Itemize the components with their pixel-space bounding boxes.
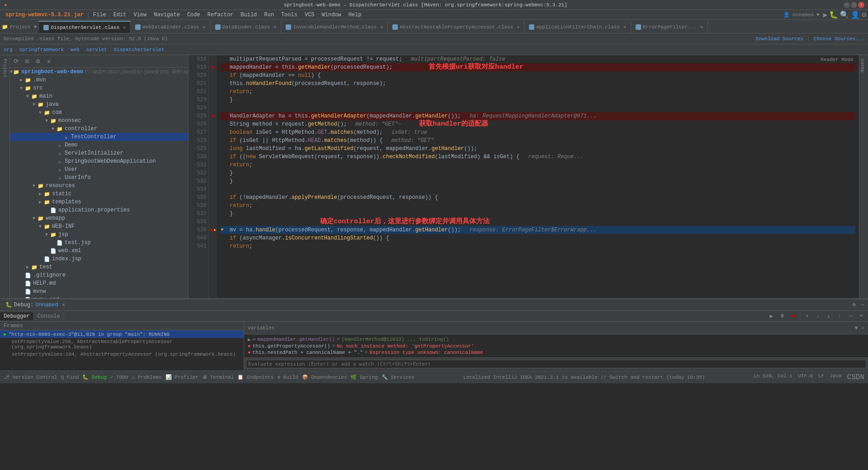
tree-helpmd[interactable]: 📄 HELP.md (10, 279, 188, 287)
breadcrumb-servlet[interactable]: servlet (86, 47, 107, 52)
tree-webapp[interactable]: ▼ 📁 webapp (10, 214, 188, 222)
toolbar-debug[interactable]: 🐛 (829, 10, 838, 19)
toolbar-run[interactable]: ▶ (823, 10, 828, 19)
avatar-icon[interactable]: 👤 (851, 10, 860, 19)
menu-vcs[interactable]: VCS (301, 11, 318, 19)
download-sources-link[interactable]: Download Sources (756, 36, 804, 42)
tree-controller[interactable]: ▼ 📁 controller (10, 125, 188, 133)
menu-run[interactable]: Run (260, 11, 278, 19)
stop-btn[interactable]: ■ (788, 311, 798, 321)
status-line-sep[interactable]: LF (818, 373, 824, 381)
close-button[interactable]: ✕ (858, 2, 864, 8)
status-dependencies[interactable]: 📦 Dependencies (302, 374, 347, 380)
choose-sources-link[interactable]: Choose Sources... (814, 36, 864, 42)
breadcrumb-springframework[interactable]: springframework (19, 47, 64, 52)
menu-window[interactable]: Window (318, 11, 345, 19)
debug-settings-btn[interactable]: ⚙ (849, 301, 859, 308)
menu-appname[interactable]: spring-webmvc-5.3.21.jar (2, 11, 87, 19)
tree-root[interactable]: ▼ 📁 springboot-web-demo F:\磁盘M\2021\java… (10, 68, 188, 76)
menu-tools[interactable]: Tools (278, 11, 301, 19)
filter-btn[interactable]: ▼ (855, 325, 858, 331)
tab-close-1[interactable]: ✕ (123, 25, 126, 30)
tab-invocablehandlermethod[interactable]: InvocableHandlerMethod.class ✕ (281, 21, 388, 33)
debug-minimize-btn[interactable]: ─ (859, 302, 866, 308)
user-profile[interactable]: 👤 Unnamed ▼ (783, 12, 820, 18)
add-watch-btn[interactable]: + (861, 325, 864, 331)
frame-item-2[interactable]: setPropertyValue:256, AbstractNestablePr… (0, 338, 244, 351)
maximize-button[interactable]: □ (851, 2, 857, 8)
tree-webinf[interactable]: ▼ 📁 WEB-INF (10, 222, 188, 230)
frame-item-3[interactable]: setPropertyValues:104, AbstractPropertyA… (0, 351, 244, 358)
tab-abstractnestable[interactable]: AbstractNestablePropertyAccessor.class ✕ (388, 21, 524, 33)
tree-static[interactable]: ▶ 📁 static (10, 190, 188, 198)
menu-help[interactable]: Help (345, 11, 365, 19)
tab-close-2[interactable]: ✕ (203, 24, 206, 30)
status-services[interactable]: 🔧 Services (382, 374, 415, 380)
status-problems[interactable]: ⚠ Problems (132, 374, 161, 380)
resume-btn[interactable]: ▶ (766, 311, 776, 321)
status-version-control[interactable]: ⎇ Version Control (4, 374, 57, 380)
tree-templates[interactable]: ▶ 📁 templates (10, 198, 188, 206)
frame-item-1[interactable]: ▶ "http-nio-8080-exec-3"@11,029 in group… (0, 330, 244, 338)
tree-gitignore[interactable]: 📄 .gitignore (10, 271, 188, 279)
tree-mvn[interactable]: ▶ 📁 .mvn (10, 76, 188, 84)
tree-testjsp[interactable]: 📄 test.jsp (10, 239, 188, 247)
status-terminal[interactable]: 🖥 Terminal (202, 374, 234, 380)
sidebar-settings-btn[interactable]: ⚙ (33, 57, 42, 66)
tree-userinfo[interactable]: ☕ UserInfo (10, 174, 188, 182)
tree-java[interactable]: ▼ 📁 java (10, 100, 188, 108)
menu-view[interactable]: View (130, 11, 150, 19)
sidebar-close-btn[interactable]: ✕ (44, 57, 53, 66)
status-profiler[interactable]: 📊 Profiler (165, 374, 198, 380)
status-debug[interactable]: 🐛 Debug (82, 374, 107, 380)
breakpoint-519[interactable]: ● (211, 64, 215, 71)
search-everywhere[interactable]: 🔍 (840, 10, 849, 19)
tree-demo[interactable]: ☕ Demo (10, 141, 188, 149)
var-expand-1[interactable]: ▶ (248, 337, 251, 343)
menu-build[interactable]: Build (237, 11, 260, 19)
pause-btn[interactable]: ⏸ (777, 311, 787, 321)
sidebar-collapse-btn[interactable]: ⊟ (23, 57, 32, 66)
menu-file[interactable]: File (90, 11, 110, 19)
tree-com[interactable]: ▼ 📁 com (10, 108, 188, 117)
step-over-btn[interactable]: ↷ (802, 311, 812, 321)
tree-main[interactable]: ▼ 📁 main (10, 92, 188, 100)
minimize-button[interactable]: ─ (844, 2, 850, 8)
breadcrumb-dispatcherservlet[interactable]: DispatcherServlet (113, 47, 164, 52)
project-vertical-tab[interactable]: Project (1, 57, 8, 80)
tree-mvnw[interactable]: 📄 mvnw (10, 287, 188, 296)
breakpoint-525[interactable]: ● (211, 113, 215, 120)
breadcrumb-web[interactable]: web (71, 47, 80, 52)
tab-close-4[interactable]: ✕ (380, 24, 383, 30)
tree-mvnwcmd[interactable]: 📄 mvnw.cmd (10, 296, 188, 298)
tree-src[interactable]: ▼ 📁 src (10, 84, 188, 92)
project-tab[interactable]: 📁 Project ▼ (0, 21, 38, 33)
menu-edit[interactable]: Edit (110, 11, 130, 19)
tree-indexjsp[interactable]: 📄 index.jsp (10, 255, 188, 263)
tree-test[interactable]: ▶ 📁 test (10, 263, 188, 271)
tree-resources[interactable]: ▼ 📁 resources (10, 182, 188, 190)
tree-servletinitializer[interactable]: ☕ ServletInitializer (10, 149, 188, 157)
tab-databinder[interactable]: DataBinder.class ✕ (211, 21, 282, 33)
debug-close[interactable]: ✕ (62, 301, 65, 308)
tab-close-5[interactable]: ✕ (517, 24, 519, 30)
status-encoding[interactable]: UTF-8 (798, 373, 813, 381)
code-scroll[interactable]: 518 519 520 521 522 523 524 525 526 527 … (189, 55, 859, 298)
reader-mode-btn[interactable]: Reader Mode (821, 57, 854, 62)
breakpoint-539[interactable]: ● (209, 226, 213, 234)
sidebar-sync-btn[interactable]: ⟳ (12, 57, 21, 66)
force-step-into-btn[interactable]: ⇓ (824, 311, 834, 321)
debug-subtab-debugger[interactable]: Debugger (0, 312, 34, 320)
run-cursor-btn[interactable]: ⇢ (845, 311, 855, 321)
tree-springbootapp[interactable]: ☕ SpringbootWebDemoApplication (10, 157, 188, 165)
menu-refactor[interactable]: Refactor (204, 11, 237, 19)
tree-testcontroller[interactable]: ☕ TestController (10, 133, 188, 141)
tab-dispatcherservlet[interactable]: DispatcherServlet.class ✕ (39, 21, 131, 33)
tab-webdatabinder[interactable]: WebDataBinder.class ✕ (131, 21, 210, 33)
status-find[interactable]: Q Find (61, 375, 79, 380)
status-lang[interactable]: Java (830, 373, 841, 381)
status-build[interactable]: ⚙ Build (277, 374, 298, 380)
breadcrumb-org[interactable]: org (4, 47, 13, 52)
status-position[interactable]: Ln 539, Col 1 (754, 373, 793, 381)
maven-strip[interactable]: Maven (859, 55, 868, 76)
